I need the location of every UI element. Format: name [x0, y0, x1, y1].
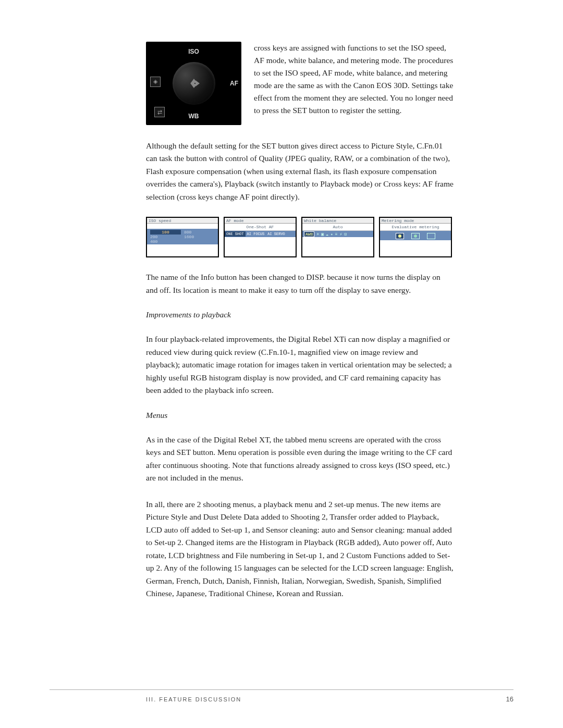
iso-value: 400 — [150, 239, 181, 244]
wb-flash-icon: ⚡ — [340, 232, 342, 237]
menu-af: AF mode One-Shot AF ONE SHOT AI FOCUS AI… — [224, 217, 297, 257]
arrow-right-icon — [195, 80, 200, 87]
wb-tungsten-icon: ✦ — [331, 232, 333, 237]
menu-iso: ISO speed 100 800 200 1600 400 — [146, 217, 219, 257]
page-footer: III. FEATURE DISCUSSION 16 — [50, 689, 513, 703]
menu-af-options: ONE SHOT AI FOCUS AI SERVO — [225, 231, 296, 237]
dial-center — [173, 62, 215, 105]
paragraph-playback: In four playback-related improvements, t… — [146, 333, 454, 397]
camera-dial-image: ISO AF WB ◈ ⇄ — [146, 42, 241, 125]
af-opt: AI FOCUS — [246, 232, 266, 236]
arrow-left-icon — [190, 80, 194, 87]
iso-value: 800 — [184, 230, 215, 235]
menu-screenshots-row: ISO speed 100 800 200 1600 400 AF mode O… — [146, 217, 454, 257]
camera-label-af: AF — [230, 80, 238, 87]
metering-partial-icon — [411, 233, 420, 239]
menu-metering-options — [380, 231, 451, 240]
wb-cloud-icon: ☁ — [326, 232, 328, 237]
transfer-icon: ⇄ — [154, 107, 165, 117]
menu-metering-sub: Evaluative metering — [380, 224, 451, 231]
intro-block: ISO AF WB ◈ ⇄ cross keys are assigned wi… — [146, 42, 454, 125]
menu-af-sub: One-Shot AF — [225, 224, 296, 231]
metering-evaluative-icon — [396, 233, 404, 239]
bracket-icon: ◈ — [150, 77, 161, 87]
menu-wb-sub: Auto — [302, 224, 373, 231]
paragraph-disp: The name of the Info button has been cha… — [146, 271, 454, 297]
menu-iso-values: 100 800 200 1600 400 — [147, 229, 218, 244]
menu-iso-title: ISO speed — [147, 218, 218, 224]
page-content: ISO AF WB ◈ ⇄ cross keys are assigned wi… — [146, 42, 454, 600]
menu-wb: White balance Auto AWB ☀ ▣ ☁ ✦ ≡ ⚡ ⊡ — [301, 217, 374, 257]
wb-opt-selected: AWB — [304, 231, 314, 237]
paragraph-menus-2: In all, there are 2 shooting menus, a pl… — [146, 498, 454, 600]
heading-playback: Improvements to playback — [146, 310, 454, 319]
wb-fluor-icon: ≡ — [335, 232, 338, 237]
camera-label-wb: WB — [189, 113, 199, 120]
heading-menus: Menus — [146, 411, 454, 420]
menu-wb-title: White balance — [302, 218, 373, 224]
iso-value: 200 — [150, 235, 181, 239]
iso-value-selected: 100 — [150, 230, 181, 235]
menu-wb-options: AWB ☀ ▣ ☁ ✦ ≡ ⚡ ⊡ — [302, 231, 373, 237]
iso-value — [184, 239, 215, 244]
footer-page-number: 16 — [506, 695, 513, 703]
af-opt-selected: ONE SHOT — [225, 231, 246, 237]
paragraph-menus-1: As in the case of the Digital Rebel XT, … — [146, 434, 454, 485]
wb-shade-icon: ▣ — [321, 232, 324, 237]
camera-label-iso: ISO — [188, 48, 199, 55]
menu-af-title: AF mode — [225, 218, 296, 224]
footer-section-title: III. FEATURE DISCUSSION — [146, 696, 241, 702]
wb-sun-icon: ☀ — [316, 232, 319, 237]
iso-value: 1600 — [184, 235, 215, 239]
af-opt: AI SERVO — [266, 232, 287, 236]
menu-metering-title: Metering mode — [380, 218, 451, 224]
menu-metering: Metering mode Evaluative metering — [379, 217, 452, 257]
wb-custom-icon: ⊡ — [344, 232, 347, 237]
metering-center-icon — [427, 233, 435, 239]
intro-paragraph: cross keys are assigned with functions t… — [254, 42, 454, 117]
paragraph-set-button: Although the default setting for the SET… — [146, 140, 454, 203]
